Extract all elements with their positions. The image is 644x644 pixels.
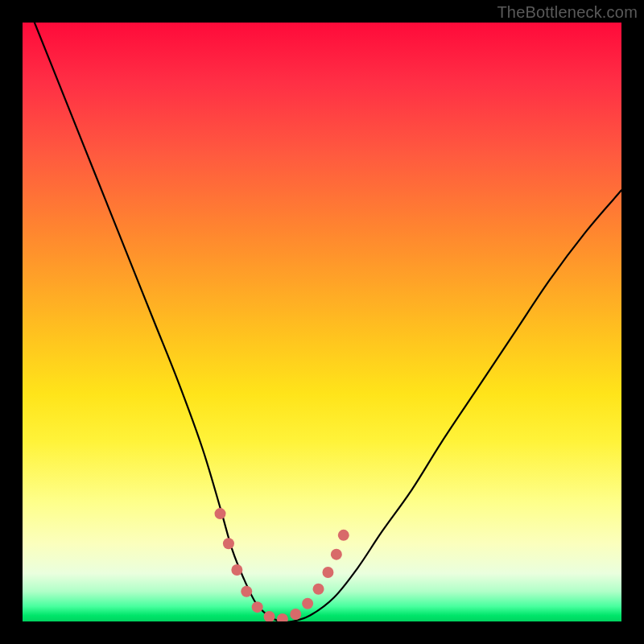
highlight-marker — [302, 598, 313, 609]
curve-svg — [23, 23, 621, 621]
plot-area — [23, 23, 621, 621]
highlight-marker — [322, 567, 333, 578]
chart-frame: TheBottleneck.com — [0, 0, 644, 644]
highlight-marker — [252, 601, 263, 613]
highlight-marker — [331, 549, 342, 560]
highlight-marker — [215, 508, 226, 519]
highlight-marker — [277, 613, 288, 621]
highlight-markers — [215, 508, 349, 621]
highlight-marker — [338, 530, 349, 541]
highlight-marker — [290, 609, 301, 620]
highlight-marker — [241, 586, 252, 597]
highlight-marker — [223, 538, 234, 549]
watermark-text: TheBottleneck.com — [497, 3, 638, 22]
highlight-marker — [313, 584, 324, 595]
highlight-marker — [231, 564, 242, 576]
bottleneck-curve — [35, 23, 621, 621]
